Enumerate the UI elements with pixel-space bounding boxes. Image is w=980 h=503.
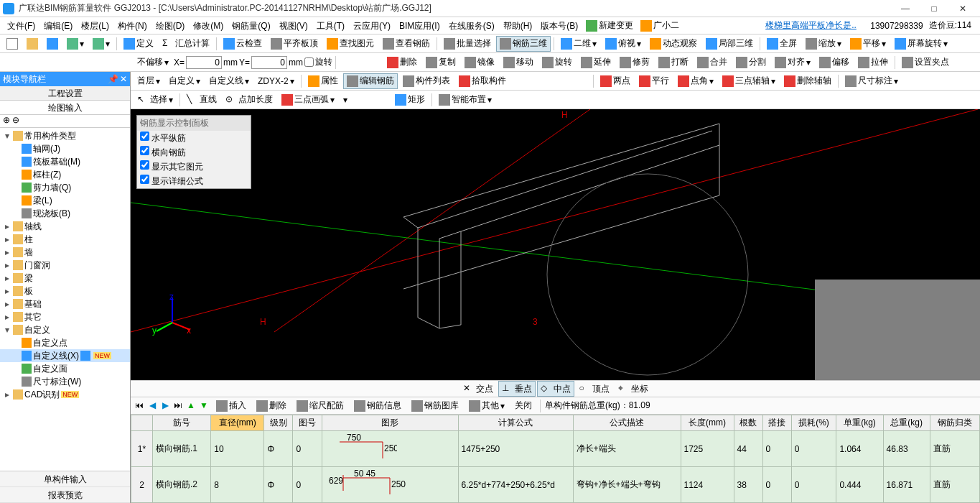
tree-cat[interactable]: ▸柱 <box>0 233 130 246</box>
pin-icon[interactable]: 📌 <box>108 74 118 84</box>
snap-vert[interactable]: ⊥垂点 <box>498 381 536 397</box>
collapse-icon[interactable]: ⊖ <box>12 115 19 125</box>
draw-dropdown[interactable]: ▾ <box>340 92 390 108</box>
table-row[interactable]: 1* 横向钢筋.1 10 Φ 0 750250 1475+250 净长+端头 1… <box>131 431 980 467</box>
fullscreen-button[interactable]: 全屏 <box>763 36 801 52</box>
tree-custom-dim[interactable]: 尺寸标注(W) <box>0 375 130 388</box>
close-grid-button[interactable]: 关闭 <box>511 398 536 414</box>
zoom-button[interactable]: 缩放▾ <box>802 36 845 52</box>
tree-item[interactable]: 轴网(J) <box>0 142 130 155</box>
col-shape[interactable]: 图形 <box>322 415 458 431</box>
custom-select[interactable]: 自定义 ▾ <box>165 73 204 89</box>
rebarlib-button[interactable]: 钢筋图库 <box>408 398 462 414</box>
col-loss[interactable]: 损耗(%) <box>791 415 836 431</box>
delaux-button[interactable]: 删除辅轴 <box>780 73 835 89</box>
line-button[interactable]: ╲直线 <box>183 92 220 108</box>
minimize-button[interactable]: — <box>891 1 920 16</box>
menu-modify[interactable]: 修改(M) <box>189 17 228 34</box>
menu-help[interactable]: 帮助(H) <box>499 17 537 34</box>
tree-cat[interactable]: ▸轴线 <box>0 220 130 233</box>
complist-button[interactable]: 构件列表 <box>399 73 454 89</box>
col-lvl[interactable]: 级别 <box>264 415 293 431</box>
twopoint-button[interactable]: 两点 <box>597 73 634 89</box>
tree-custom-point[interactable]: 自定义点 <box>0 336 130 349</box>
col-desc[interactable]: 公式描述 <box>573 415 681 431</box>
attr-button[interactable]: 属性 <box>304 73 342 89</box>
bird-button[interactable]: 俯视▾ <box>602 36 645 52</box>
tree-custom-line[interactable]: 自定义线(X)NEW <box>0 349 130 362</box>
menu-online[interactable]: 在线服务(S) <box>444 17 499 34</box>
nav-next[interactable]: ▶ <box>159 400 171 412</box>
rebarinfo-button[interactable]: 钢筋信息 <box>350 398 405 414</box>
axisauxmulti-button[interactable]: 三点辅轴▾ <box>719 73 779 89</box>
tree-item[interactable]: 现浇板(B) <box>0 207 130 220</box>
col-dia[interactable]: 直径(mm) <box>211 415 264 431</box>
editrebar-button[interactable]: 编辑钢筋 <box>343 73 398 89</box>
cloudcheck-button[interactable]: 云检查 <box>220 36 266 52</box>
nav-prev[interactable]: ◀ <box>146 400 158 412</box>
addlen-button[interactable]: ⊙点加长度 <box>222 92 276 108</box>
open-button[interactable] <box>23 36 42 52</box>
tree-cat[interactable]: ▸板 <box>0 285 130 297</box>
menu-floor[interactable]: 楼层(L) <box>77 17 113 34</box>
menu-rebar[interactable]: 钢筋量(Q) <box>228 17 274 34</box>
trim-button[interactable]: 修剪 <box>616 55 653 70</box>
col-tw[interactable]: 总重(kg) <box>883 415 930 431</box>
align-button[interactable]: 对齐▾ <box>771 55 814 70</box>
view2d-button[interactable]: 二维▾ <box>557 36 600 52</box>
mirror-button[interactable]: 镜像 <box>461 55 498 70</box>
navigation-cube[interactable] <box>815 280 980 380</box>
localview-button[interactable]: 局部三维 <box>702 36 757 52</box>
split-button[interactable]: 分割 <box>732 55 770 70</box>
findgraph-button[interactable]: 查找图元 <box>323 36 378 52</box>
y-input[interactable] <box>251 56 287 69</box>
rect-button[interactable]: 矩形 <box>391 92 429 108</box>
batchsel-button[interactable]: 批量选择 <box>440 36 495 52</box>
rotate-checkbox[interactable] <box>304 57 314 67</box>
tree-cat-custom[interactable]: ▾自定义 <box>0 323 130 336</box>
tree-item[interactable]: 框柱(Z) <box>0 168 130 181</box>
arc3-button[interactable]: 三点画弧▾ <box>278 92 338 108</box>
insert-button[interactable]: 插入 <box>213 398 250 414</box>
user-button[interactable]: 广小二 <box>637 18 683 34</box>
customline-select[interactable]: 自定义线 ▾ <box>205 73 253 89</box>
copy-button[interactable]: 复制 <box>422 55 459 70</box>
break-button[interactable]: 打断 <box>655 55 692 70</box>
tab-draw-input[interactable]: 绘图输入 <box>0 101 130 115</box>
tree-cat[interactable]: ▸门窗洞 <box>0 259 130 272</box>
tree-cat[interactable]: ▸基础 <box>0 297 130 310</box>
delete-row-button[interactable]: 删除 <box>253 398 290 414</box>
tree-item[interactable]: 筏板基础(M) <box>0 155 130 168</box>
setclip-button[interactable]: 设置夹点 <box>898 55 953 70</box>
menu-bim[interactable]: BIM应用(I) <box>395 17 444 34</box>
col-lap[interactable]: 搭接 <box>762 415 791 431</box>
tree-item[interactable]: 梁(L) <box>0 194 130 207</box>
table-row[interactable]: 2 横向钢筋.2 8 Φ 0 62950 45250 6.25*d+774+25… <box>131 467 980 503</box>
nav-last[interactable]: ⏭ <box>172 400 184 412</box>
tree-cat[interactable]: ▸墙 <box>0 246 130 259</box>
opt-horiz[interactable]: 水平纵筋 <box>137 131 251 145</box>
tree-item[interactable]: 剪力墙(Q) <box>0 181 130 194</box>
move-button[interactable]: 移动 <box>500 55 537 70</box>
sumcalc-button[interactable]: Σ汇总计算 <box>159 36 213 52</box>
menu-tool[interactable]: 工具(T) <box>312 17 349 34</box>
smartlayout-button[interactable]: 智能布置▾ <box>435 92 495 108</box>
viewport-3d[interactable]: H 3 H 钢筋显示控制面板 水平纵筋 横向钢筋 显示其它图元 显示详细公式 z… <box>131 109 980 380</box>
tree-cat[interactable]: ▸其它 <box>0 310 130 323</box>
snap-intersect[interactable]: ✕交点 <box>459 381 497 397</box>
viewrebar-button[interactable]: 查看钢筋 <box>379 36 434 52</box>
help-link[interactable]: 楼梯里高端平板净长是.. <box>765 19 857 32</box>
opt-other[interactable]: 显示其它图元 <box>137 160 251 174</box>
maximize-button[interactable]: □ <box>920 1 948 16</box>
leveltop-button[interactable]: 平齐板顶 <box>267 36 322 52</box>
angle-button[interactable]: 点角▾ <box>674 73 717 89</box>
dynview-button[interactable]: 动态观察 <box>646 36 701 52</box>
menu-view[interactable]: 视图(V) <box>275 17 312 34</box>
select-button[interactable]: ↖选择▾ <box>134 92 177 108</box>
floor-select[interactable]: 首层 ▾ <box>134 73 164 89</box>
menu-file[interactable]: 文件(F) <box>3 17 39 34</box>
menu-edit[interactable]: 编辑(E) <box>39 17 77 34</box>
extend-button[interactable]: 延伸 <box>577 55 615 70</box>
tab-single-input[interactable]: 单构件输入 <box>0 471 130 487</box>
rot-button[interactable]: 旋转 <box>538 55 576 70</box>
